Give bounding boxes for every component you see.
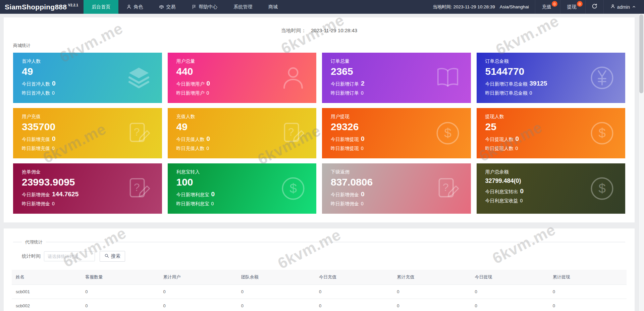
table-cell: 0 [159, 285, 237, 299]
nav-item-4[interactable]: 系统管理 [225, 0, 260, 14]
stat-card-3: 订单总金额5144770今日新增订单总金额39125昨日新增订单总金额0 [477, 53, 626, 103]
note-icon: ? [126, 120, 152, 146]
card-title: 用户充值 [22, 114, 153, 120]
nav-item-1[interactable]: 角色 [118, 0, 151, 14]
recharge-button[interactable]: 充值 0 [535, 0, 560, 14]
card-yesterday-line: 昨日新增利息宝0 [176, 201, 308, 207]
recharge-label: 充值 [542, 4, 551, 10]
content-time-label: 当地时间： [281, 28, 306, 33]
table-cell: 0 [81, 299, 159, 311]
table-header-cell: 姓名 [12, 270, 81, 285]
top-header: SiamShopping888 V2.2.1 后台首页角色交易帮助中心系统管理商… [0, 0, 644, 14]
agent-stats-panel: 代理统计 统计时间 搜索 姓名客服数量累计用户团队余额今日充值累计充值今日提现累… [4, 228, 635, 311]
card-title: 首冲人数 [22, 58, 153, 64]
main-nav: 后台首页角色交易帮助中心系统管理商城 [84, 0, 286, 14]
filter-label: 统计时间 [22, 253, 41, 259]
table-cell: scb002 [12, 299, 81, 311]
yen-icon [589, 65, 615, 91]
table-cell: 0 [471, 285, 548, 299]
card-yesterday-line: 昨日新增提现0 [331, 146, 462, 152]
table-header-cell: 团队余额 [237, 270, 315, 285]
table-cell: 0 [471, 299, 548, 311]
card-yesterday-line: 昨日充值人数0 [176, 146, 308, 152]
table-cell: 0 [237, 299, 315, 311]
card-title: 订单总量 [331, 58, 462, 64]
card-title: 抢单佣金 [22, 169, 153, 175]
nav-item-label: 角色 [133, 4, 143, 10]
chevron-up-icon [632, 4, 636, 10]
nav-item-0[interactable]: 后台首页 [84, 0, 118, 14]
table-cell: 0 [315, 299, 393, 311]
content-time-value: 2023-11-29 10:28:43 [311, 28, 357, 33]
scrollbar-thumb[interactable] [639, 14, 643, 93]
agent-fieldset: 代理统计 [13, 242, 625, 242]
card-yesterday-line: 昨日新增佣金0 [331, 201, 462, 207]
search-button[interactable]: 搜索 [100, 251, 125, 262]
card-yesterday-line: 昨日新增订单总金额0 [485, 90, 617, 96]
app-title: SiamShopping888 [5, 3, 67, 11]
card-title: 订单总金额 [485, 58, 617, 64]
withdraw-badge: 0 [577, 1, 583, 7]
card-yesterday-line: 昨日提现人数0 [485, 146, 617, 152]
card-title: 用户总量 [176, 58, 308, 64]
table-header-cell: 今日提现 [471, 270, 548, 285]
svg-text:$: $ [598, 181, 606, 196]
header-right: 当地时间: 2023-11-29 10:28:39 Asia/Shanghai … [427, 0, 644, 14]
svg-text:$: $ [444, 126, 451, 140]
card-yesterday-line: 昨日新增佣金0 [22, 201, 153, 207]
layers-icon [126, 65, 152, 91]
table-header-cell: 累计用户 [159, 270, 237, 285]
nav-item-3[interactable]: 帮助中心 [183, 0, 225, 14]
header-time: 当地时间: 2023-11-29 10:28:39 Asia/Shanghai [427, 0, 535, 14]
user-icon [280, 65, 306, 91]
card-yesterday-line: 昨日新增订单0 [331, 90, 462, 96]
table-cell: 0 [315, 285, 393, 299]
scales-icon [159, 4, 164, 9]
stat-card-0: 首冲人数49今日首冲人数0昨日首冲人数0 [13, 53, 162, 103]
refresh-icon [592, 3, 597, 10]
table-header-cell: 客服数量 [81, 270, 159, 285]
recharge-badge: 0 [552, 1, 557, 7]
table-cell: 0 [549, 285, 627, 299]
book-icon [435, 65, 461, 91]
agent-stats-title: 代理统计 [22, 239, 46, 245]
table-cell: 0 [549, 299, 627, 311]
table-cell: 0 [393, 285, 471, 299]
nav-item-label: 商城 [268, 4, 278, 10]
dollar-icon: $ [435, 120, 461, 146]
table-cell: 0 [237, 285, 315, 299]
table-cell: scb001 [12, 285, 81, 299]
card-title: 提现人数 [485, 114, 617, 120]
table-cell: 0 [159, 299, 237, 311]
dollar-icon: $ [589, 175, 615, 202]
svg-text:?: ? [288, 126, 294, 138]
shop-stats-title: 商城统计 [13, 43, 629, 49]
table-cell: 0 [81, 285, 159, 299]
flag-icon [192, 4, 197, 9]
stat-card-5: 充值人数49今日充值人数0昨日充值人数0? [168, 108, 317, 158]
nav-item-label: 帮助中心 [199, 4, 217, 10]
search-button-label: 搜索 [111, 253, 120, 259]
note-icon: ? [126, 175, 152, 202]
nav-item-2[interactable]: 交易 [151, 0, 183, 14]
user-icon [610, 4, 615, 10]
dollar-icon: $ [280, 175, 306, 202]
admin-username: admin [617, 4, 630, 10]
app-logo: SiamShopping888 V2.2.1 [0, 0, 84, 14]
card-yesterday-line: 昨日新增用户0 [176, 90, 308, 96]
withdraw-label: 提现 [567, 4, 577, 10]
refresh-button[interactable] [585, 0, 603, 14]
stat-time-input[interactable] [44, 251, 95, 261]
card-yesterday-line: 昨日首冲人数0 [22, 90, 153, 96]
card-title: 充值人数 [176, 114, 308, 120]
page-scrollbar[interactable] [638, 14, 644, 311]
shop-stats-panel: 当地时间： 2023-11-29 10:28:43 商城统计 首冲人数49今日首… [4, 17, 635, 222]
dollar-icon: $ [589, 120, 615, 146]
table-row[interactable]: scb0020000000 [12, 299, 627, 311]
table-row[interactable]: scb0010000000 [12, 285, 627, 299]
table-header-cell: 今日充值 [315, 270, 393, 285]
withdraw-button[interactable]: 提现 0 [560, 0, 585, 14]
nav-item-5[interactable]: 商城 [260, 0, 286, 14]
admin-menu[interactable]: admin [603, 0, 644, 14]
table-cell: 0 [393, 299, 471, 311]
